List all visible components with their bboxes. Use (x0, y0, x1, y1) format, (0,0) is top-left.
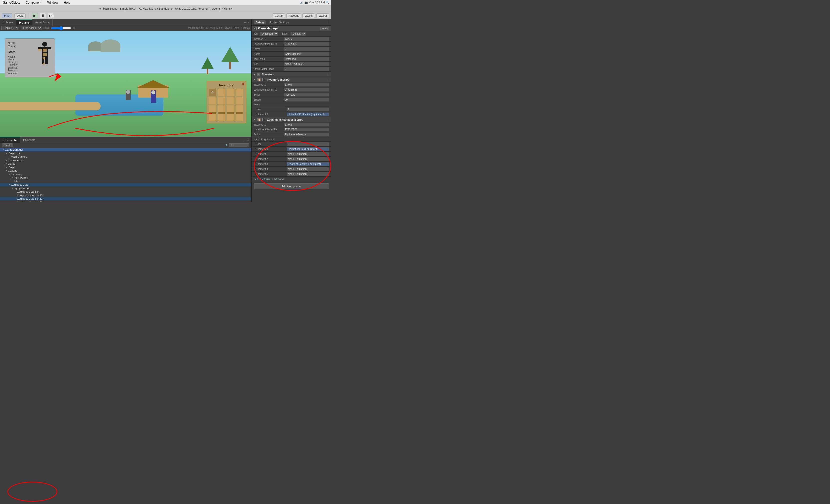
hierarchy-item-equippedgearslot1[interactable]: EquippedGearSlot (1) (0, 193, 251, 197)
pivot-button[interactable]: Pivot (2, 13, 12, 18)
gameobject-active-checkbox[interactable]: ✓ (254, 27, 257, 30)
equip-size-value: 6 (287, 142, 329, 146)
layers-button[interactable]: Layers (302, 13, 315, 18)
equip-script-options[interactable]: ⋮ (327, 118, 329, 121)
equip-script-active[interactable]: ✓ (262, 118, 265, 121)
inventory-script-header[interactable]: ▼ 📜 ✓ Inventory (Script) ⋮ (252, 77, 331, 82)
hierarchy-item-title[interactable]: Title (0, 179, 251, 183)
hierarchy-item-equiptparent[interactable]: ▼ equiptParent (0, 186, 251, 190)
inv-slot-14[interactable] (227, 113, 234, 121)
menu-window[interactable]: Window (46, 0, 59, 5)
gamemanager-inventory-row: GameManager (Inventory) (252, 177, 331, 181)
hierarchy-item-player[interactable]: ▶ Player (0, 165, 251, 169)
inv-slot-7[interactable] (236, 97, 243, 104)
equip-script-row: Script EquipmentManager (252, 132, 331, 137)
hierarchy-item-equippedgearslot0[interactable]: EquippedGearSlot (0, 190, 251, 193)
inv-slot-15[interactable] (236, 113, 243, 121)
display-select[interactable]: Display 1 (1, 26, 20, 30)
hierarchy-maximize[interactable]: □ (248, 138, 249, 141)
inv-slot-9[interactable] (218, 105, 225, 113)
equipment-manager-header[interactable]: ▼ 📜 ✓ Equipment Manager (Script) ⋮ (252, 117, 331, 122)
pause-button[interactable]: ⏸ (40, 13, 46, 19)
equip-script-label: Script (254, 133, 284, 136)
equip-element1-value: None (Equipment) (287, 152, 329, 156)
equip-local-id-row: Local Identifier In File 974026586 (252, 127, 331, 132)
equip-size-row: Size 6 (252, 142, 331, 147)
hierarchy-item-itemparent[interactable]: ▶ Item Parent (0, 176, 251, 179)
label-equippedgear: EquippedGear (11, 183, 29, 186)
hierarchy-minimize[interactable]: — (244, 138, 247, 141)
inv-size-value: 1 (287, 107, 329, 111)
hierarchy-item-gamemanager[interactable]: ▼ GameManager (0, 148, 251, 152)
tab-hierarchy[interactable]: ☰ Hierarchy (0, 137, 20, 143)
local-button[interactable]: Local (14, 13, 26, 18)
aspect-select[interactable]: Free Aspect (21, 26, 42, 30)
inv-slot-11[interactable] (236, 105, 243, 113)
inspector-menu[interactable]: ⋮ (327, 21, 329, 24)
stats[interactable]: Stats (234, 27, 240, 29)
tab-asset-store[interactable]: Asset Store (32, 20, 53, 26)
layout-button[interactable]: Layout (317, 13, 329, 18)
hierarchy-item-equippedgear[interactable]: ▼ EquippedGear (0, 183, 251, 186)
tag-select[interactable]: Untagged (260, 32, 278, 36)
menu-help[interactable]: Help (63, 0, 71, 5)
inventory-script-options[interactable]: ⋮ (327, 78, 329, 81)
menu-bar: GameObject Component Window Help 🔊 📷 Mon… (0, 0, 331, 5)
tab-scene[interactable]: ☰ Scene (0, 20, 17, 26)
menu-gameobject[interactable]: GameObject (2, 0, 21, 5)
inv-slot-6[interactable] (227, 97, 234, 104)
inventory-script-name: Inventory (Script) (267, 78, 290, 81)
play-button[interactable]: ▶ (32, 13, 38, 19)
account-button[interactable]: Account (286, 13, 301, 18)
toolbar-separator-1 (29, 13, 29, 18)
inv-slot-10[interactable] (227, 105, 234, 113)
svg-rect-9 (43, 57, 45, 59)
add-component-button[interactable]: Add Component (254, 183, 329, 189)
equip-instance-id-value: 13742 (284, 123, 329, 126)
menu-component[interactable]: Component (25, 0, 42, 5)
hierarchy-search[interactable] (229, 144, 249, 147)
layer-select[interactable]: Default (290, 32, 306, 36)
inv-slot-13[interactable] (218, 113, 225, 121)
inv-slot-3[interactable] (236, 89, 243, 96)
collab-button[interactable]: Collab (273, 13, 285, 18)
transform-header[interactable]: ▶ ↔ Transform ⋮ (252, 72, 331, 77)
hierarchy-item-lights[interactable]: ▶ Lights (0, 162, 251, 165)
hierarchy-item-equippedgearslot2[interactable]: EquippedGearSlot (2) (0, 197, 251, 200)
vsync[interactable]: VSync (224, 27, 232, 29)
hierarchy-item-player1[interactable]: ▶ Player (1) (0, 152, 251, 155)
hierarchy-item-environment[interactable]: ▶ Environment (0, 158, 251, 162)
inv-slot-8[interactable] (209, 105, 217, 113)
scale-slider[interactable] (51, 26, 71, 30)
tab-project-settings[interactable]: Project Settings (267, 21, 291, 25)
tab-console[interactable]: ▶ Console (20, 137, 38, 143)
inv-slot-4[interactable] (209, 97, 217, 104)
inv-slot-12[interactable] (209, 113, 217, 121)
step-button[interactable]: ⏭ (48, 13, 54, 19)
name-row-label: Name (254, 53, 284, 55)
label-canvas: Canvas (8, 169, 17, 172)
panel-close[interactable]: ✕ (247, 21, 249, 24)
character-npc (126, 90, 131, 100)
hierarchy-item-canvas[interactable]: ▼ Canvas (0, 169, 251, 172)
hierarchy-item-inventory[interactable]: ▼ Inventory (0, 172, 251, 176)
hierarchy-item-maincamera[interactable]: Main Camera (0, 155, 251, 158)
hierarchy-icon: ☰ (3, 138, 5, 142)
panel-minimize[interactable]: — (244, 21, 247, 24)
gizmos[interactable]: Gizmos (242, 27, 250, 29)
inv-slot-2[interactable] (227, 89, 234, 96)
hierarchy-item-equippedgearslot3[interactable]: EquippedGearSlot (3) (0, 200, 251, 201)
equip-element0-row: Element 0 Helmet of Fire (Equipment) (252, 147, 331, 152)
tab-game[interactable]: ▶ Game (17, 20, 32, 26)
inv-slot-0[interactable]: ⛑ (209, 89, 217, 96)
create-button[interactable]: Create (2, 144, 13, 147)
inv-slot-5[interactable] (218, 97, 225, 104)
maximize-on-play[interactable]: Maximize On Play (188, 27, 208, 29)
mute-audio[interactable]: Mute Audio (210, 27, 222, 29)
inventory-script-active[interactable]: ✓ (262, 78, 265, 81)
inventory-close-button[interactable]: ✕ (242, 82, 245, 86)
inv-slot-1[interactable] (218, 89, 225, 96)
tab-debug[interactable]: Debug (254, 21, 266, 25)
gamemanager-section: Instance ID 13736 Local Identifier In Fi… (252, 37, 331, 72)
transform-options[interactable]: ⋮ (327, 73, 329, 76)
